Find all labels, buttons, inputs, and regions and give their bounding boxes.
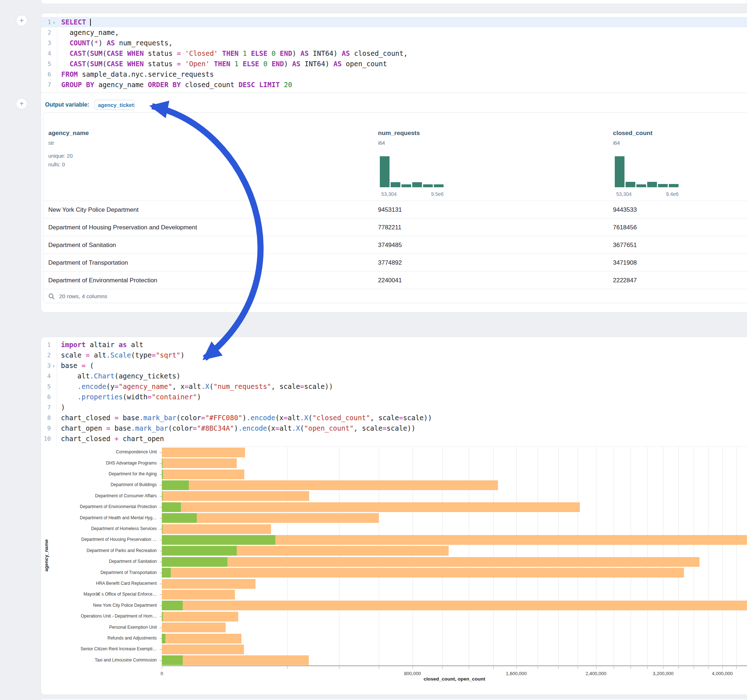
cell-agency-name: Department of Environmental Protection (48, 272, 157, 289)
x-axis-tick (493, 667, 494, 669)
y-axis-label: Department of Environmental Protection (80, 504, 157, 509)
y-axis-labels: Correspondence UnitDHS Advantage Program… (41, 447, 160, 665)
gridline (631, 447, 631, 666)
cell-agency-name: New York City Police Department (48, 201, 138, 219)
code-text: .properties(width="container") (57, 392, 201, 402)
table-row-count: 20 rows, 4 columns (59, 293, 107, 300)
sql-editor[interactable]: 1∨SELECT 2 agency_name,3 COUNT(*) AS num… (41, 13, 747, 93)
chevron-spacer (51, 339, 57, 350)
bar-open_count (162, 546, 237, 556)
python-editor[interactable]: 1import altair as alt2scale = alt.Scale(… (41, 339, 747, 446)
x-axis-tick (631, 667, 631, 669)
chevron-spacer (51, 381, 57, 392)
gridline (538, 447, 538, 666)
x-axis-tick (736, 667, 736, 669)
bar-open_count (162, 600, 183, 610)
bar-open_count (162, 502, 181, 512)
gridline (442, 447, 443, 666)
code-line: 6FROM sample_data.nyc.service_requests (41, 69, 747, 80)
gridline (469, 447, 469, 666)
code-text: SELECT (57, 17, 91, 27)
x-axis-tick (379, 667, 379, 669)
y-axis-tick (160, 594, 162, 595)
histogram-bar (626, 182, 635, 187)
y-axis-label: Department of Housing Preservation … (82, 537, 157, 542)
line-number: 5 (41, 381, 51, 392)
x-axis-title: closed_count, open_count (162, 676, 747, 682)
code-text: .encode(y="agency_name", x=alt.X("num_re… (57, 381, 333, 392)
chevron-spacer (51, 38, 57, 48)
x-axis-tick (538, 667, 538, 669)
histogram-min-label: 53,304 (381, 191, 397, 197)
x-axis-tick (596, 667, 596, 669)
search-icon[interactable] (48, 293, 55, 300)
code-text: chart_closed + chart_open (57, 433, 164, 444)
x-axis-tick-label: 800,000 (404, 671, 421, 676)
cell-num-requests: 9453131 (378, 201, 402, 219)
x-axis-tick-label: 4,000,000 (712, 671, 733, 676)
y-axis-label: Department of Homeless Services (91, 526, 157, 531)
column-type: i64 (378, 140, 385, 146)
collapse-chevron-icon[interactable]: ∨ (51, 361, 57, 371)
y-axis-tick (160, 540, 162, 540)
x-axis-tick (413, 667, 413, 669)
column-header: num_requests (378, 130, 420, 137)
code-line: 2scale = alt.Scale(type="sqrt") (41, 350, 747, 361)
table-footer: 20 rows, 4 columns (43, 289, 747, 303)
x-axis-tick (578, 667, 578, 669)
y-axis-tick (160, 649, 162, 650)
histogram-bar (658, 184, 668, 187)
x-axis-tick (469, 667, 469, 669)
line-number: 2 (41, 27, 51, 38)
code-text: FROM sample_data.nyc.service_requests (57, 69, 214, 80)
bar-closed_count (162, 491, 309, 501)
next-cell-edge (41, 698, 747, 700)
cell-num-requests: 3749485 (378, 236, 402, 254)
x-axis-tick (708, 667, 708, 669)
output-variable-label: Output variable: (45, 101, 89, 108)
column-type: i64 (613, 140, 620, 146)
bar-closed_count (162, 612, 238, 622)
x-axis-tick (679, 667, 679, 669)
code-line: 5 CAST(SUM(CASE WHEN status = 'Open' THE… (41, 59, 747, 69)
code-text: chart_open = base.mark_bar(color="#8BC34… (57, 423, 416, 433)
code-text: base = ( (57, 361, 94, 371)
y-axis-tick (160, 617, 162, 617)
y-axis-label: Department of Health and Mental Hyg… (80, 515, 157, 520)
bar-closed_count (162, 600, 747, 610)
bar-closed_count (162, 623, 225, 632)
bar-open_count (162, 557, 227, 567)
bar-closed_count (162, 579, 256, 589)
code-line: 3∨base = ( (41, 361, 747, 371)
y-axis-tick (160, 507, 162, 507)
line-number: 9 (41, 423, 51, 433)
code-line: 5 .encode(y="agency_name", x=alt.X("num_… (41, 381, 747, 392)
y-axis-label: Department for the Aging (109, 471, 157, 477)
code-line: 7) (41, 402, 747, 413)
y-axis-label: Senior Citizen Rent Increase Exempti… (81, 646, 157, 652)
line-number: 8 (41, 413, 51, 423)
gridline (339, 447, 339, 666)
line-number: 1 (41, 339, 51, 350)
bar-closed_count (162, 644, 244, 654)
histogram-min-label: 53,304 (616, 191, 632, 197)
y-axis-tick (160, 474, 162, 475)
histogram-bar (647, 182, 657, 187)
add-cell-button[interactable]: + (16, 15, 27, 26)
column-stat-nulls: nulls: 0 (48, 162, 65, 167)
code-line: 7GROUP BY agency_name ORDER BY closed_co… (41, 80, 747, 90)
gridline (493, 447, 494, 666)
code-text: ) (57, 402, 65, 413)
output-variable-chip[interactable]: agency_tickets (94, 100, 135, 110)
y-axis-label: Department of Transportation (101, 570, 157, 575)
code-line: 8chart_closed = base.mark_bar(color="#FF… (41, 413, 747, 423)
gridline (694, 447, 694, 666)
histogram-max-label: 9.4e6 (666, 191, 679, 197)
y-axis-tick (160, 452, 162, 453)
y-axis-label: Department of Consumer Affairs (95, 493, 157, 498)
line-number: 7 (41, 80, 51, 90)
collapse-chevron-icon[interactable]: ∨ (51, 17, 57, 27)
code-line: 4 CAST(SUM(CASE WHEN status = 'Closed' T… (41, 48, 747, 59)
x-axis-tick (287, 667, 287, 669)
add-cell-button[interactable]: + (16, 98, 27, 109)
